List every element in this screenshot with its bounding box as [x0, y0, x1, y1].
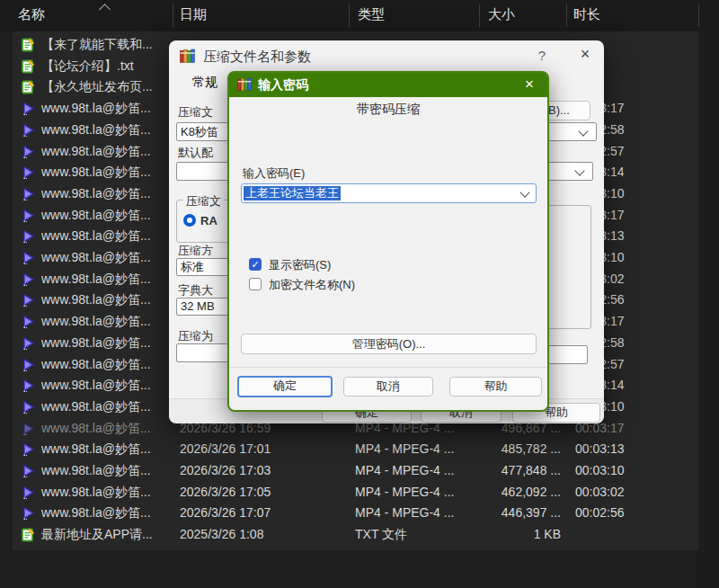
media-file-icon — [22, 228, 37, 243]
password-dialog-titlebar: 输入密码 × — [229, 73, 547, 97]
rar-format-radio-label: RA — [200, 214, 217, 227]
media-file-icon — [22, 463, 37, 477]
column-divider[interactable] — [566, 4, 567, 27]
media-file-icon — [22, 101, 37, 115]
chevron-down-icon[interactable] — [519, 187, 529, 197]
file-name: www.98t.la@妙笛... — [41, 438, 172, 459]
winrar-books-icon — [237, 77, 253, 94]
media-file-icon — [22, 272, 37, 286]
file-name: www.98t.la@妙笛... — [41, 502, 172, 523]
file-name: www.98t.la@妙笛... — [41, 140, 172, 162]
file-size: 485,782 ... — [449, 438, 561, 459]
media-file-icon — [22, 292, 37, 307]
media-file-icon — [22, 378, 37, 392]
file-name: www.98t.la@妙笛... — [41, 396, 172, 417]
archive-name-value: K8秒笛 — [181, 125, 218, 138]
media-file-icon — [22, 399, 37, 414]
column-divider[interactable] — [479, 4, 480, 27]
cancel-button[interactable]: 取消 — [343, 377, 433, 396]
file-size: 1 KB — [449, 523, 561, 545]
help-icon[interactable]: ? — [533, 48, 551, 66]
file-name: www.98t.la@妙笛... — [41, 204, 172, 226]
media-file-icon — [22, 144, 37, 158]
file-duration: 00:03:13 — [575, 438, 643, 459]
column-header-name[interactable]: 名称 — [18, 6, 45, 23]
list-empty-area — [13, 550, 698, 588]
file-name: www.98t.la@妙笛... — [41, 417, 172, 439]
sort-ascending-icon[interactable] — [99, 4, 111, 15]
file-name: www.98t.la@妙笛... — [41, 353, 172, 375]
file-date: 2026/3/26 17:07 — [180, 502, 315, 523]
column-divider[interactable] — [173, 4, 173, 27]
file-name: www.98t.la@妙笛... — [41, 183, 172, 204]
file-name: 【来了就能下载和... — [41, 33, 172, 55]
list-column-header: 名称 日期 类型 大小 时长 — [0, 0, 719, 31]
help-button[interactable]: 帮助 — [449, 377, 542, 396]
column-divider[interactable] — [698, 4, 699, 27]
file-duration: 00:02:56 — [575, 502, 643, 523]
column-header-date[interactable]: 日期 — [180, 6, 207, 23]
media-file-icon — [22, 208, 37, 222]
split-volumes-label: 压缩为 — [178, 328, 213, 344]
rar-format-radio[interactable] — [183, 214, 196, 227]
rar-dialog-title: 压缩文件名和参数 — [203, 49, 311, 66]
winrar-books-icon — [180, 49, 196, 67]
password-banner-text: 带密码压缩 — [229, 102, 547, 118]
file-row[interactable]: www.98t.la@妙笛...2026/3/26 17:05MP4 - MPE… — [0, 481, 698, 503]
file-name: www.98t.la@妙笛... — [41, 459, 172, 481]
media-file-icon — [22, 250, 37, 264]
file-name: www.98t.la@妙笛... — [41, 119, 172, 140]
ok-button[interactable]: 确定 — [237, 376, 333, 397]
file-duration: 00:03:02 — [575, 481, 643, 503]
text-file-icon — [22, 527, 37, 541]
media-file-icon — [22, 505, 37, 520]
file-name: www.98t.la@妙笛... — [41, 481, 172, 503]
column-header-duration[interactable]: 时长 — [573, 6, 600, 23]
media-file-icon — [22, 485, 37, 499]
window-left-margin — [0, 0, 13, 588]
show-password-label[interactable]: 显示密码(S) — [269, 257, 331, 273]
chevron-down-icon[interactable] — [574, 165, 584, 175]
file-size: 477,848 ... — [449, 459, 561, 481]
media-file-icon — [22, 357, 37, 371]
text-file-icon — [22, 79, 37, 94]
file-date: 2026/3/26 17:05 — [180, 481, 315, 503]
column-divider[interactable] — [349, 4, 350, 27]
file-name: www.98t.la@妙笛... — [41, 310, 172, 332]
archive-name-label: 压缩文 — [178, 104, 213, 120]
browse-button[interactable]: B)... — [545, 101, 590, 120]
file-row[interactable]: 最新地址及APP请...2025/3/26 1:08TXT 文件1 KB — [0, 523, 698, 545]
dictionary-size-label: 字典大 — [178, 282, 213, 298]
column-header-type[interactable]: 类型 — [358, 6, 385, 23]
show-password-checkbox[interactable]: ✓ — [249, 258, 262, 271]
chevron-down-icon[interactable] — [578, 126, 588, 136]
file-row[interactable]: www.98t.la@妙笛...2026/3/26 17:07MP4 - MPE… — [0, 502, 698, 523]
file-name: www.98t.la@妙笛... — [41, 225, 172, 246]
manage-passwords-button[interactable]: 管理密码(O)... — [241, 334, 537, 354]
file-name: www.98t.la@妙笛... — [41, 97, 172, 119]
password-combobox[interactable]: 上老王论坛当老王 — [241, 183, 537, 203]
file-row[interactable]: www.98t.la@妙笛...2026/3/26 17:03MP4 - MPE… — [0, 459, 698, 481]
file-row[interactable]: www.98t.la@妙笛...2026/3/26 17:01MP4 - MPE… — [0, 438, 698, 459]
file-name: www.98t.la@妙笛... — [41, 161, 172, 183]
file-date: 2025/3/26 1:08 — [180, 523, 315, 545]
encrypt-filenames-label[interactable]: 加密文件名称(N) — [269, 277, 355, 293]
file-name: www.98t.la@妙笛... — [41, 268, 172, 290]
compression-method-label: 压缩方 — [178, 243, 213, 259]
text-file-icon — [22, 37, 37, 51]
media-file-icon — [22, 421, 37, 435]
close-icon[interactable]: × — [575, 45, 595, 67]
encrypt-filenames-checkbox[interactable] — [249, 278, 262, 290]
password-value-selected: 上老王论坛当老王 — [244, 186, 341, 200]
file-name: 【永久地址发布页... — [41, 76, 172, 97]
media-file-icon — [22, 314, 37, 328]
media-file-icon — [22, 441, 37, 456]
file-date: 2026/3/26 17:01 — [180, 438, 315, 459]
media-file-icon — [22, 335, 37, 350]
close-icon[interactable]: × — [520, 76, 538, 94]
file-name: 【论坛介绍】.txt — [41, 55, 172, 76]
profile-label: 默认配 — [178, 145, 213, 161]
column-header-size[interactable]: 大小 — [488, 6, 515, 23]
file-duration: 00:03:10 — [575, 459, 643, 481]
tab-general[interactable]: 常规 — [192, 75, 217, 91]
